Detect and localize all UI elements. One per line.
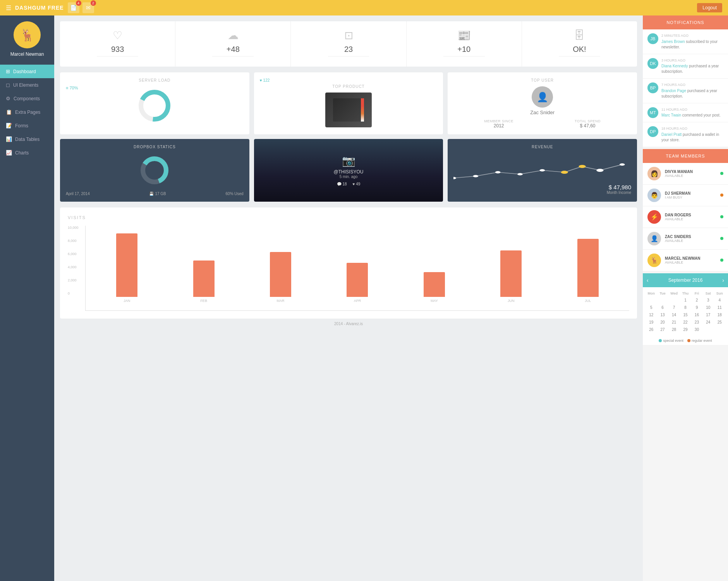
dark-panels-row: DROPBOX STATICS April 17, 2014 💾 17 GB 6… <box>60 139 637 202</box>
status-dot-0 <box>720 172 723 175</box>
team-members-header: TEAM MEMBERS <box>643 149 728 163</box>
calendar-week-3: 19 20 21 22 23 24 25 <box>646 319 725 326</box>
inbox-icon: ⊡ <box>297 29 400 42</box>
calendar-grid: Mon Tue Wed Thu Fri Sat Sun 1 2 3 4 <box>643 287 728 336</box>
revenue-panel: REVENUE $ 4 <box>448 139 637 202</box>
sidebar-item-data-tables[interactable]: 📊 Data Tables <box>0 132 54 146</box>
heart-icon: ♡ <box>66 29 169 42</box>
list-icon: ≡ <box>66 86 68 90</box>
stat-divider-4 <box>559 56 600 57</box>
svg-point-12 <box>620 163 625 166</box>
calendar-next[interactable]: › <box>722 277 724 283</box>
visits-title: VISITS <box>68 215 629 220</box>
notification-2: BP 7 HOURS AGO Brandon Page purchased a … <box>643 79 728 103</box>
team-members-list: 👩 DIVYA MANIAN AVAILABLE 👨 DJ SHERMAN I … <box>643 163 728 271</box>
user-avatar: 🦌 <box>14 21 41 48</box>
stat-value-3: +10 <box>412 45 516 54</box>
revenue-footer: $ 47,980 Month Income <box>453 184 631 195</box>
sidebar-item-extra-pages[interactable]: 📋 Extra Pages <box>0 105 54 119</box>
stat-divider-2 <box>328 56 369 57</box>
notification-0: JB 2 MINUTES AGO James Brown subscribed … <box>643 29 728 54</box>
bar-may: MAY <box>397 272 472 303</box>
top-product-panel: ♥ 122 TOP PRODUCT <box>254 72 443 134</box>
stat-card-0: ♡ 933 <box>60 21 175 67</box>
brand-name: DASHGUM FREE <box>15 5 64 11</box>
calendar-prev[interactable]: ‹ <box>647 277 649 283</box>
bar-feb: FEB <box>166 261 241 303</box>
stat-value-0: 933 <box>66 45 169 54</box>
svg-point-10 <box>540 169 545 171</box>
notif-avatar-1: DK <box>647 58 658 69</box>
team-member-3: 👤 ZAC SNIDERS AVAILABLE <box>643 228 728 250</box>
bar-mar-fill <box>270 252 291 297</box>
bar-jun-fill <box>500 250 522 297</box>
team-info-2: DAN ROGERS AVAILABLE <box>665 213 716 221</box>
revenue-title: REVENUE <box>453 145 631 149</box>
calendar-days-header: Mon Tue Wed Thu Fri Sat Sun <box>646 290 725 296</box>
hamburger-icon[interactable]: ☰ <box>6 4 11 12</box>
sidebar-label-dashboard: Dashboard <box>13 69 36 74</box>
status-dot-4 <box>720 259 723 262</box>
bar-jun: JUN <box>474 250 548 303</box>
notification-3: MT 11 HOURS AGO Marc Twain commented you… <box>643 103 728 123</box>
document-badge: 4 <box>76 0 81 6</box>
legend-regular: regular event <box>687 339 712 343</box>
sidebar-item-components[interactable]: ⚙ Components <box>0 92 54 105</box>
revenue-amount: $ 47,980 <box>453 184 631 190</box>
top-user-name: Zac Snider <box>453 110 631 115</box>
top-user-avatar: 👤 <box>532 86 553 108</box>
team-info-3: ZAC SNIDERS AVAILABLE <box>665 235 716 243</box>
server-load-percent: ≡ 70% <box>66 86 78 90</box>
notif-avatar-0: JB <box>647 33 658 44</box>
stat-value-1: +48 <box>181 45 285 54</box>
sidebar-label-components: Components <box>14 96 40 101</box>
sidebar-item-ui-elements[interactable]: ◻ UI Elements <box>0 78 54 92</box>
special-dot <box>659 339 662 342</box>
dropbox-used: 💾 17 GB <box>149 192 166 196</box>
dropbox-panel: DROPBOX STATICS April 17, 2014 💾 17 GB 6… <box>60 139 249 202</box>
components-icon: ⚙ <box>6 96 10 101</box>
svg-point-8 <box>495 171 501 173</box>
sidebar-item-charts[interactable]: 📈 Charts <box>0 146 54 159</box>
team-member-1: 👨 DJ SHERMAN I AM BUSY <box>643 185 728 206</box>
bar-chart: JAN FEB MAR APR <box>85 226 629 311</box>
sidebar-label-charts: Charts <box>15 150 29 156</box>
instagram-likes: ♥ 49 <box>353 182 361 186</box>
sidebar-item-dashboard[interactable]: ⊞ Dashboard <box>0 65 54 78</box>
forms-icon: 📝 <box>6 123 12 129</box>
bar-mar: MAR <box>243 252 318 303</box>
topbar-left: ☰ DASHGUM FREE 📄 4 ✉ 2 <box>6 2 94 13</box>
status-dot-2 <box>720 215 723 218</box>
svg-point-5 <box>597 169 604 172</box>
stats-row: ♡ 933 ☁ +48 ⊡ 23 📰 +10 🗄 OK! <box>60 21 637 67</box>
instagram-time: 5 min. ago <box>340 175 358 179</box>
logout-button[interactable]: Logout <box>697 3 722 12</box>
team-avatar-3: 👤 <box>647 232 661 245</box>
mail-icon-button[interactable]: ✉ 2 <box>82 2 94 13</box>
bar-apr-fill <box>347 263 368 297</box>
stat-value-2: 23 <box>297 45 400 54</box>
notification-4: DP 18 HOURS AGO Daniel Pratt purchased a… <box>643 122 728 147</box>
calendar-week-1: 5 6 7 8 9 10 11 <box>646 304 725 311</box>
regular-dot <box>687 339 690 342</box>
team-info-0: DIVYA MANIAN AVAILABLE <box>665 170 716 178</box>
status-dot-1 <box>720 194 723 197</box>
dropbox-date: April 17, 2014 <box>66 192 90 196</box>
dropbox-used-percent: 60% Used <box>226 192 244 196</box>
data-tables-icon: 📊 <box>6 136 12 142</box>
notif-text-0: 2 MINUTES AGO James Brown subscribed to … <box>661 33 723 50</box>
sidebar-label-data-tables: Data Tables <box>15 137 39 142</box>
visits-section: VISITS 10,000 8,000 6,000 4,000 2,000 0 … <box>60 207 637 319</box>
svg-point-11 <box>579 165 586 168</box>
stat-divider-3 <box>443 56 485 57</box>
y-axis: 10,000 8,000 6,000 4,000 2,000 0 <box>68 226 79 303</box>
server-load-title: SERVER LOAD <box>66 78 244 82</box>
stat-card-3: 📰 +10 <box>407 21 522 67</box>
document-icon-button[interactable]: 📄 4 <box>68 2 79 13</box>
team-member-4: 🦌 Marcel Newman AVAILABLE <box>643 250 728 271</box>
calendar-title: September 2016 <box>668 278 703 283</box>
revenue-label: Month Income <box>453 190 631 195</box>
footer: 2014 - Alvarez.is <box>60 319 637 329</box>
product-image <box>325 93 372 127</box>
sidebar-item-forms[interactable]: 📝 Forms <box>0 119 54 132</box>
